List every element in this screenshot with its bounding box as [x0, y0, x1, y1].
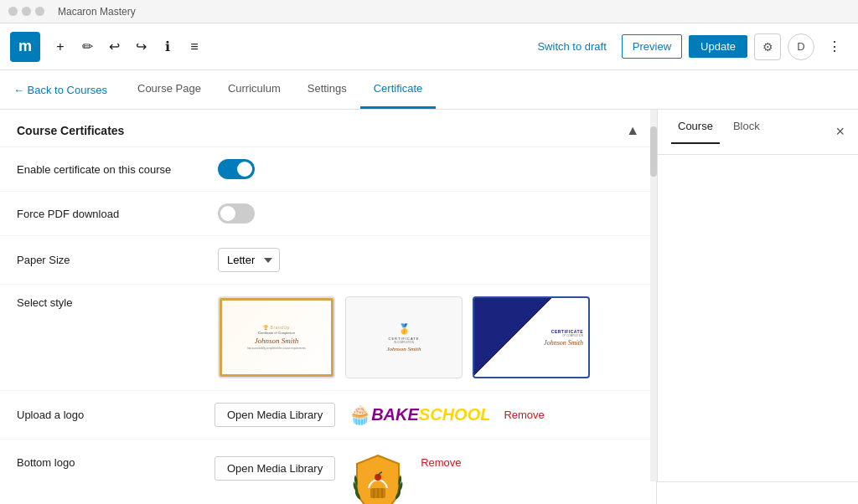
- remove-logo-link[interactable]: Remove: [504, 409, 544, 421]
- bottom-logo-preview: ★ ★ ★: [349, 451, 407, 504]
- dot-yellow: [22, 7, 31, 16]
- enable-certificate-row: Enable certificate on this course: [0, 147, 656, 192]
- preview-button[interactable]: Preview: [622, 34, 682, 59]
- cert2-of: IN COMPLETION: [394, 341, 414, 344]
- editor-main: Course Certificates ▲ Enable certificate…: [0, 110, 858, 481]
- list-view-button[interactable]: ≡: [181, 33, 208, 60]
- open-media-library-button-bottom[interactable]: Open Media Library: [214, 456, 335, 481]
- redo-button[interactable]: ↪: [127, 33, 154, 60]
- force-pdf-label: Force PDF download: [17, 208, 201, 220]
- cert3-inner: CERTIFICATE OF COMPLETION Johnson Smith: [474, 298, 588, 377]
- bakeschool-logo-preview: 🧁 BAKESCHOOL: [349, 404, 490, 426]
- enable-certificate-label: Enable certificate on this course: [17, 163, 201, 176]
- bottom-logo-label: Bottom logo: [17, 451, 201, 469]
- content-wrap: Course Certificates ▲ Enable certificate…: [0, 110, 657, 481]
- paper-size-row: Paper Size Letter A4: [0, 236, 656, 285]
- enable-certificate-toggle[interactable]: [218, 159, 255, 179]
- sidebar-tab-course[interactable]: Course: [671, 120, 720, 144]
- sidebar-header: Course Block ×: [658, 110, 858, 155]
- browser-title: Macaron Mastery: [58, 6, 136, 18]
- toggle-slider-off: [218, 203, 255, 224]
- sidebar-tab-block[interactable]: Block: [726, 120, 767, 144]
- sidebar-panel: Course Block ×: [657, 110, 858, 481]
- force-pdf-row: Force PDF download: [0, 192, 656, 236]
- settings-gear-button[interactable]: ⚙: [754, 33, 781, 60]
- user-avatar-button[interactable]: D: [788, 33, 814, 60]
- tab-course-page[interactable]: Course Page: [124, 70, 214, 109]
- force-pdf-toggle[interactable]: [218, 203, 255, 224]
- select-style-label: Select style: [17, 296, 201, 309]
- info-button[interactable]: ℹ: [154, 33, 181, 60]
- scrollbar-thumb[interactable]: [650, 126, 657, 177]
- cert-style-3[interactable]: CERTIFICATE OF COMPLETION Johnson Smith: [473, 296, 590, 378]
- add-button[interactable]: +: [47, 33, 74, 60]
- toggle-slider-on: [218, 159, 255, 179]
- wp-logo[interactable]: m: [10, 32, 40, 62]
- cupcake-shield-svg: ★ ★ ★: [349, 451, 407, 504]
- course-nav: ← Back to Courses Course Page Curriculum…: [0, 70, 858, 110]
- switch-draft-button[interactable]: Switch to draft: [529, 35, 614, 58]
- scrollbar-track[interactable]: [650, 110, 657, 481]
- bottom-logo-row: Bottom logo Open Media Library: [0, 440, 656, 504]
- back-to-courses-link[interactable]: ← Back to Courses: [13, 72, 107, 108]
- tab-certificate[interactable]: Certificate: [360, 70, 437, 109]
- dot-green: [35, 7, 44, 16]
- pencil-button[interactable]: ✏: [74, 33, 101, 60]
- tab-settings[interactable]: Settings: [294, 70, 360, 109]
- sidebar-close-button[interactable]: ×: [835, 123, 845, 141]
- cert2-name: Johnson Smith: [386, 346, 421, 352]
- cert-style-1[interactable]: 🏆 BrandUp Certificate of Completion John…: [218, 296, 335, 378]
- bake-icon: 🧁: [349, 404, 371, 426]
- upload-logo-label: Upload a logo: [17, 409, 201, 421]
- dot-red: [8, 7, 18, 16]
- tab-curriculum[interactable]: Curriculum: [214, 70, 294, 109]
- cert3-name: Johnson Smith: [544, 339, 583, 347]
- section-title: Course Certificates: [17, 124, 124, 137]
- more-options-button[interactable]: ⋮: [821, 33, 848, 60]
- update-button[interactable]: Update: [689, 35, 747, 58]
- cert2-inner: 🥇 CERTIFICATE IN COMPLETION Johnson Smit…: [346, 297, 462, 378]
- upload-logo-row: Upload a logo Open Media Library 🧁 BAKES…: [0, 391, 656, 440]
- browser-bar: Macaron Mastery: [0, 0, 858, 23]
- paper-size-select[interactable]: Letter A4: [218, 248, 280, 272]
- collapse-button[interactable]: ▲: [626, 123, 639, 138]
- open-media-library-button-logo[interactable]: Open Media Library: [214, 403, 335, 427]
- paper-size-label: Paper Size: [17, 254, 201, 266]
- window-controls: [8, 7, 44, 16]
- cert-style-2[interactable]: 🥇 CERTIFICATE IN COMPLETION Johnson Smit…: [345, 296, 463, 378]
- select-style-row: Select style 🏆 BrandUp Certificate of Co…: [0, 285, 656, 391]
- remove-bottom-logo-link[interactable]: Remove: [421, 456, 461, 469]
- bake-text: BAKE: [371, 405, 419, 424]
- cert1-subtitle: Certificate of Completion: [258, 331, 295, 335]
- certificate-thumbnails: 🏆 BrandUp Certificate of Completion John…: [218, 296, 590, 378]
- content-area: Course Certificates ▲ Enable certificate…: [0, 110, 657, 504]
- editor-toolbar: m + ✏ ↩ ↪ ℹ ≡ Switch to draft Preview Up…: [0, 23, 858, 70]
- cert1-text: has successfully completed the course re…: [247, 347, 306, 350]
- school-text: SCHOOL: [419, 405, 491, 424]
- cert1-title: 🏆 BrandUp: [263, 325, 290, 330]
- cert1-inner: 🏆 BrandUp Certificate of Completion John…: [220, 298, 333, 377]
- cert2-badge: 🥇: [398, 323, 411, 335]
- section-header: Course Certificates ▲: [0, 110, 656, 147]
- undo-button[interactable]: ↩: [101, 33, 127, 60]
- cert1-name: Johnson Smith: [255, 337, 299, 345]
- cert3-of: OF COMPLETION: [562, 334, 583, 337]
